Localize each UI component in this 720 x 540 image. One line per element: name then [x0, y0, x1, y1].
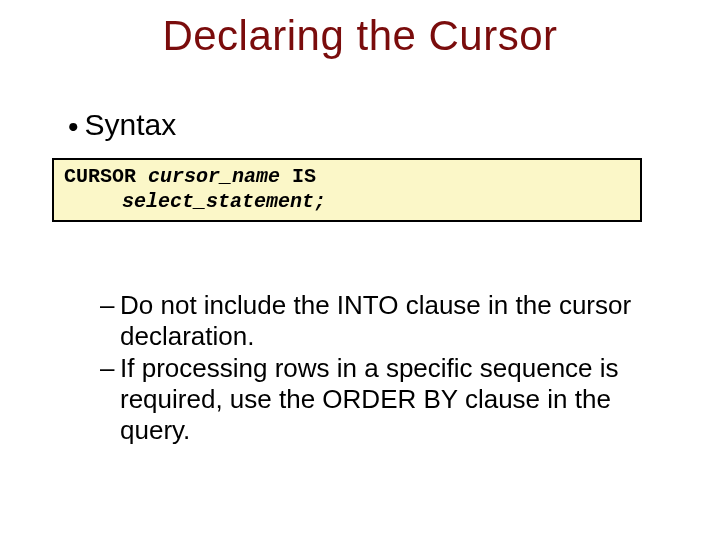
bullet-dot-icon: •	[68, 112, 79, 142]
note-item: –If processing rows in a specific sequen…	[100, 353, 660, 445]
kw-is: IS	[292, 165, 316, 188]
notes-list: –Do not include the INTO clause in the c…	[100, 290, 660, 447]
note-text: Do not include the INTO clause in the cu…	[120, 290, 631, 351]
dash-icon: –	[100, 290, 114, 321]
ident-select-stmt: select_statement;	[122, 190, 326, 213]
kw-cursor: CURSOR	[64, 165, 136, 188]
page-title: Declaring the Cursor	[0, 12, 720, 60]
code-line-1: CURSOR cursor_name IS	[64, 164, 630, 189]
code-box: CURSOR cursor_name IS select_statement;	[52, 158, 642, 222]
ident-cursor-name: cursor_name	[148, 165, 280, 188]
note-item: –Do not include the INTO clause in the c…	[100, 290, 660, 351]
code-line-2: select_statement;	[64, 189, 630, 214]
bullet-syntax: •Syntax	[68, 108, 176, 142]
slide: Declaring the Cursor •Syntax CURSOR curs…	[0, 0, 720, 540]
dash-icon: –	[100, 353, 114, 384]
note-text: If processing rows in a specific sequenc…	[120, 353, 619, 444]
bullet-syntax-label: Syntax	[85, 108, 177, 141]
